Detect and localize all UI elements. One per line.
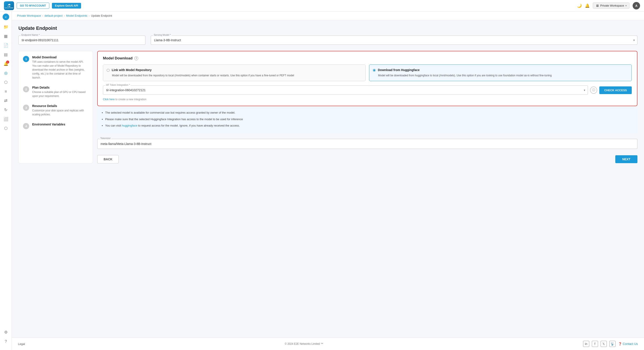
sidebar: « 📁 ▦ 📄 ▤ 🔔 1 ◎ ⬡ ≡ ⇄ ↻ ⬜ ⬡ ⚙ ? — [0, 12, 12, 350]
info-bullet-3: You can visit huggingface to request acc… — [105, 123, 633, 128]
sidebar-item-cube[interactable]: ⬡ — [2, 124, 10, 132]
logo-icon: ☁ TIR AI PLATFORM — [4, 1, 14, 10]
hf-info-button[interactable]: ⓘ — [590, 87, 597, 94]
breadcrumb-project[interactable]: default-project — [44, 14, 62, 17]
step-content-3: Resource Details Customize your disk spa… — [32, 104, 88, 116]
huggingface-link[interactable]: huggingface — [122, 124, 137, 127]
sidebar-item-refresh[interactable]: ↻ — [2, 106, 10, 114]
logo: ☁ TIR AI PLATFORM — [4, 1, 14, 10]
sidebar-item-share[interactable]: ⇄ — [2, 96, 10, 105]
radio-input-repository[interactable] — [107, 69, 110, 72]
right-panel: Model Download ? Link with Model Reposit… — [97, 51, 638, 163]
app-body: Private Workspace › default-project › Mo… — [0, 12, 644, 350]
radio-options: Link with Model Repository Model will be… — [103, 65, 632, 81]
step-1: 1 Model Download TIR uses containers to … — [23, 56, 88, 80]
step-title-2: Plan Details — [32, 86, 88, 89]
tokenizer-section: Tokenizer — [97, 139, 638, 149]
breadcrumb: Private Workspace › default-project › Mo… — [12, 12, 644, 20]
tokenizer-field-wrap: Tokenizer — [97, 139, 638, 149]
step-circle-1: 1 — [23, 56, 29, 62]
sidebar-item-nodes[interactable]: ⬡ — [2, 78, 10, 86]
step-title-1: Model Download — [32, 56, 88, 59]
sidebar-item-endpoints[interactable]: ◎ — [2, 69, 10, 77]
radio-card-repository[interactable]: Link with Model Repository Model will be… — [103, 65, 366, 81]
breadcrumb-endpoints[interactable]: Model Endpoints — [66, 14, 88, 17]
help-circle-icon: ❓ — [618, 342, 622, 345]
twitter-icon[interactable]: 𝕏 — [601, 341, 607, 347]
endpoint-name-label: Endpoint Name * — [20, 34, 40, 36]
help-icon[interactable]: ? — [134, 56, 138, 60]
sidebar-item-table[interactable]: ▤ — [2, 50, 10, 59]
next-button[interactable]: NEXT — [615, 155, 638, 163]
main-content: Private Workspace › default-project › Mo… — [12, 12, 644, 350]
step-content-4: Environment Variables — [32, 123, 65, 129]
hf-token-row: HF Token Integration * tir-integration-0… — [103, 86, 632, 95]
radio-title-1: Link with Model Repository — [112, 68, 152, 72]
explore-genai-button[interactable]: Explore GenAI API — [52, 3, 81, 9]
radio-desc-2: Model will be downloaded from huggingfac… — [378, 73, 628, 77]
breadcrumb-workspace[interactable]: Private Workspace — [17, 14, 41, 17]
sidebar-item-list[interactable]: ≡ — [2, 87, 10, 96]
step-panel: 1 Model Download TIR uses containers to … — [18, 51, 93, 163]
sidebar-item-folder[interactable]: 📁 — [2, 23, 10, 31]
go-myaccount-button[interactable]: GO TO MYACCOUNT — [17, 3, 49, 9]
radio-title-2: Download from Huggingface — [378, 68, 420, 72]
hf-token-select[interactable]: tir-integration-060410272121 — [103, 86, 588, 95]
step-content-1: Model Download TIR uses containers to se… — [32, 56, 88, 80]
rss-icon[interactable]: 📡 — [610, 341, 616, 347]
radio-card-huggingface[interactable]: Download from Huggingface Model will be … — [369, 65, 632, 81]
serving-model-label: Serving Model * — [153, 34, 172, 36]
hf-token-select-wrap: HF Token Integration * tir-integration-0… — [103, 86, 588, 95]
info-bullet-2: Please make sure that the selected Huggi… — [105, 117, 633, 121]
sidebar-item-settings[interactable]: ⚙ — [2, 328, 10, 336]
workspace-selector[interactable]: 🖥 Private Workspace ▾ — [593, 3, 630, 9]
model-download-panel: Model Download ? Link with Model Reposit… — [97, 51, 638, 106]
two-col-layout: 1 Model Download TIR uses containers to … — [18, 51, 638, 163]
serving-model-select[interactable]: Llama-3-8B-Instruct — [151, 36, 638, 45]
radio-card-1-header: Link with Model Repository — [107, 68, 362, 72]
top-nav: ☁ TIR AI PLATFORM GO TO MYACCOUNT Explor… — [0, 0, 644, 12]
click-here-row: Click here to create a new integration — [103, 98, 632, 101]
check-access-button[interactable]: CHECK ACCESS — [599, 86, 632, 94]
page-title: Update Endpoint — [18, 26, 638, 31]
workspace-label: Private Workspace — [600, 4, 624, 7]
sidebar-item-help[interactable]: ? — [2, 337, 10, 345]
sidebar-item-dashboard[interactable]: ▦ — [2, 32, 10, 40]
info-bullets: The selected model is available for comm… — [97, 107, 638, 133]
hf-token-label: HF Token Integration * — [105, 84, 131, 86]
breadcrumb-sep3: › — [89, 14, 90, 17]
copyright: © 2024 E2E Networks Limited ™ — [285, 342, 323, 345]
step-title-3: Resource Details — [32, 104, 88, 108]
legal-link[interactable]: Legal — [18, 342, 25, 345]
radio-input-huggingface[interactable] — [373, 69, 376, 72]
step-circle-2: 2 — [23, 86, 29, 92]
step-circle-3: 3 — [23, 105, 29, 111]
back-button[interactable]: BACK — [97, 155, 119, 163]
sidebar-item-documents[interactable]: 📄 — [2, 41, 10, 50]
endpoint-name-input[interactable] — [18, 36, 146, 45]
breadcrumb-current: Update Endpoint — [91, 14, 112, 17]
facebook-icon[interactable]: f — [592, 341, 598, 347]
dark-mode-button[interactable]: 🌙 — [577, 3, 582, 8]
step-circle-4: 4 — [23, 123, 29, 129]
notifications-button[interactable]: 🔔 — [585, 3, 590, 8]
linkedin-icon[interactable]: in — [583, 341, 589, 347]
bottom-actions: BACK NEXT — [97, 155, 638, 163]
nav-right: 🌙 🔔 🖥 Private Workspace ▾ A — [577, 2, 640, 10]
info-bullet-1: The selected model is available for comm… — [105, 110, 633, 115]
avatar-button[interactable]: A — [632, 2, 640, 10]
step-title-4: Environment Variables — [32, 123, 65, 126]
click-here-link[interactable]: Click here — [103, 98, 114, 101]
sidebar-toggle[interactable]: « — [3, 14, 9, 20]
step-3: 3 Resource Details Customize your disk s… — [23, 104, 88, 116]
sidebar-item-box[interactable]: ⬜ — [2, 115, 10, 123]
breadcrumb-sep2: › — [64, 14, 65, 17]
tokenizer-label: Tokenizer — [100, 137, 112, 139]
sidebar-bottom: ⚙ ? — [2, 328, 10, 348]
top-form-row: Endpoint Name * Serving Model * Llama-3-… — [18, 36, 638, 45]
endpoint-name-group: Endpoint Name * — [18, 36, 146, 45]
tokenizer-input[interactable] — [97, 139, 638, 149]
contact-us-link[interactable]: ❓ Contact Us — [618, 342, 638, 345]
step-2: 2 Plan Details Choose a suitable plan of… — [23, 86, 88, 98]
sidebar-item-alerts[interactable]: 🔔 1 — [2, 60, 10, 68]
